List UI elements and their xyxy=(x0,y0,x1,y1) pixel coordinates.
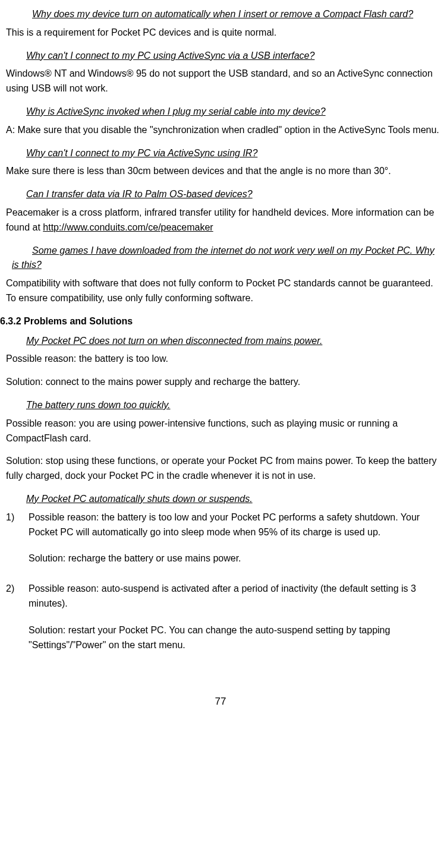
faq-question: Some games I have downloaded from the in… xyxy=(6,244,441,273)
faq-question: Why can't I connect to my PC via ActiveS… xyxy=(6,146,441,161)
faq-answer: Compatibility with software that does no… xyxy=(6,276,441,306)
list-text: Solution: restart your Pocket PC. You ca… xyxy=(29,623,441,653)
faq-question: Why can't I connect to my PC using Activ… xyxy=(6,49,441,64)
faq-answer: Peacemaker is a cross platform, infrared… xyxy=(6,206,441,235)
faq-answer: Solution: stop using these functions, or… xyxy=(6,454,441,484)
faq-question: The battery runs down too quickly. xyxy=(6,398,441,413)
numbered-item: 2) Possible reason: auto-suspend is acti… xyxy=(6,582,441,664)
faq-answer: Possible reason: you are using power-int… xyxy=(6,416,441,446)
faq-question: Can I transfer data via IR to Palm OS-ba… xyxy=(6,187,441,202)
page-number: 77 xyxy=(0,694,441,709)
list-text: Possible reason: the battery is too low … xyxy=(29,510,441,540)
list-number: 2) xyxy=(6,582,29,664)
list-text: Possible reason: auto-suspend is activat… xyxy=(29,582,441,611)
faq-answer: This is a requirement for Pocket PC devi… xyxy=(6,26,441,40)
faq-answer: Make sure there is less than 30cm betwee… xyxy=(6,164,441,179)
list-text: Solution: recharge the battery or use ma… xyxy=(29,551,441,566)
faq-answer: Windows® NT and Windows® 95 do not suppo… xyxy=(6,67,441,96)
faq-question: Why is ActiveSync invoked when I plug my… xyxy=(6,105,441,119)
section-heading: 6.3.2 Problems and Solutions xyxy=(0,314,441,329)
faq-question: Why does my device turn on automatically… xyxy=(6,7,441,22)
faq-answer: A: Make sure that you disable the "synch… xyxy=(6,123,441,138)
faq-answer: Solution: connect to the mains power sup… xyxy=(6,375,441,390)
list-number: 1) xyxy=(6,510,29,578)
numbered-item: 1) Possible reason: the battery is too l… xyxy=(6,510,441,578)
faq-question: My Pocket PC does not turn on when disco… xyxy=(6,334,441,349)
external-link[interactable]: http://www.conduits.com/ce/peacemaker xyxy=(43,222,213,232)
faq-question: My Pocket PC automatically shuts down or… xyxy=(6,492,441,507)
faq-answer: Possible reason: the battery is too low. xyxy=(6,352,441,367)
